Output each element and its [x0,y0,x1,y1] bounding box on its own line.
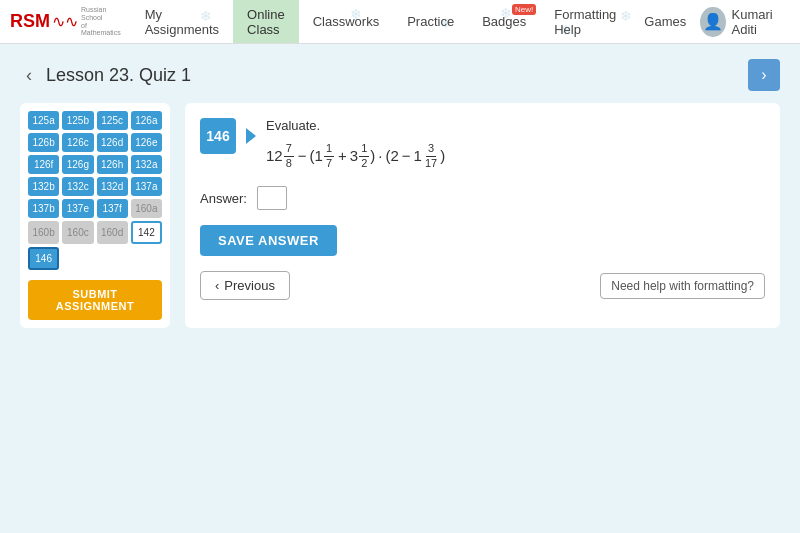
prob-btn-125c[interactable]: 125c [97,111,128,130]
content-area: ‹ Lesson 23. Quiz 1 › 125a 125b 125c 126… [0,44,800,533]
prob-btn-142[interactable]: 142 [131,221,162,244]
submit-assignment-button[interactable]: SUBMIT ASSIGNMENT [28,280,162,320]
lesson-header: ‹ Lesson 23. Quiz 1 › [20,59,780,91]
previous-button[interactable]: ‹ Previous [200,271,290,300]
nav-practice[interactable]: Practice [393,0,468,43]
prob-btn-132d[interactable]: 132d [97,177,128,196]
math-minus2: − [402,141,411,171]
user-name: Kumari Aditi [732,7,790,37]
math-close-paren2: ) [440,141,445,171]
nav-classworks[interactable]: Classworks [299,0,393,43]
question-panel: 146 Evaluate. 12 7 8 − ( 1 1 [185,103,780,328]
prob-btn-132a[interactable]: 132a [131,155,162,174]
frac-3-17: 3 17 [423,142,439,169]
frac-1-7: 1 7 [324,142,334,169]
logo-text: RSM [10,11,50,32]
prob-btn-126b[interactable]: 126b [28,133,59,152]
prob-btn-132c[interactable]: 132c [62,177,93,196]
main-layout: 125a 125b 125c 126a 126b 126c 126d 126e … [20,103,780,328]
prob-btn-160a[interactable]: 160a [131,199,162,218]
nav-badges[interactable]: Badges New! [468,0,540,43]
answer-label: Answer: [200,191,247,206]
nav-formatting-help[interactable]: Formatting Help [540,0,630,43]
evaluate-label: Evaluate. [266,118,765,133]
header: ❄ ❄ ❄ ❄ ❄ ❄ ❄ RSM ∿∿ Russian School of M… [0,0,800,44]
new-badge: New! [512,4,536,15]
math-expression: 12 7 8 − ( 1 1 7 + 3 [266,141,765,171]
math-plus: + [338,141,347,171]
math-minus: − [298,141,307,171]
answer-row: Answer: [200,186,765,210]
logo-waves: ∿∿ [52,12,78,31]
prob-btn-126f[interactable]: 126f [28,155,59,174]
prev-arrow-icon: ‹ [215,278,219,293]
math-3: 3 [350,141,358,171]
prob-btn-137a[interactable]: 137a [131,177,162,196]
math-dot1: · [378,141,382,171]
prob-btn-137e[interactable]: 137e [62,199,93,218]
question-header: 146 Evaluate. 12 7 8 − ( 1 1 [200,118,765,171]
prob-btn-126c[interactable]: 126c [62,133,93,152]
math-1: 1 [315,141,323,171]
prob-btn-125b[interactable]: 125b [62,111,93,130]
answer-input[interactable] [257,186,287,210]
prob-btn-126e[interactable]: 126e [131,133,162,152]
nav-my-assignments[interactable]: My Assignments [131,0,233,43]
frac-1-2: 1 2 [359,142,369,169]
prob-btn-126h[interactable]: 126h [97,155,128,174]
prob-btn-137f[interactable]: 137f [97,199,128,218]
logo-subtitle: Russian School of Mathematics [81,6,121,37]
math-2: 2 [390,141,398,171]
save-answer-button[interactable]: SAVE ANSWER [200,225,337,256]
main-nav: My Assignments Online Class Classworks P… [131,0,701,43]
prob-btn-126d[interactable]: 126d [97,133,128,152]
nav-online-class[interactable]: Online Class [233,0,299,43]
math-12: 12 [266,141,283,171]
prob-btn-160b[interactable]: 160b [28,221,59,244]
nav-right-button[interactable]: › [748,59,780,91]
avatar: 👤 [700,7,725,37]
logo: RSM ∿∿ Russian School of Mathematics [10,6,121,37]
prob-btn-125a[interactable]: 125a [28,111,59,130]
prob-arrow [246,128,256,144]
nav-games[interactable]: Games [630,0,700,43]
prob-btn-126a[interactable]: 126a [131,111,162,130]
lesson-title: Lesson 23. Quiz 1 [46,65,191,86]
prob-btn-146[interactable]: 146 [28,247,59,270]
math-close-paren: ) [370,141,375,171]
lesson-title-area: ‹ Lesson 23. Quiz 1 [20,63,191,88]
prob-btn-160d[interactable]: 160d [97,221,128,244]
back-button[interactable]: ‹ [20,63,38,88]
prev-label: Previous [224,278,275,293]
frac-7-8: 7 8 [284,142,294,169]
problem-list-panel: 125a 125b 125c 126a 126b 126c 126d 126e … [20,103,170,328]
bottom-row: ‹ Previous Need help with formatting? [200,271,765,300]
problem-grid: 125a 125b 125c 126a 126b 126c 126d 126e … [28,111,162,270]
prob-btn-160c[interactable]: 160c [62,221,93,244]
problem-number: 146 [200,118,236,154]
prob-btn-137b[interactable]: 137b [28,199,59,218]
question-content: Evaluate. 12 7 8 − ( 1 1 7 [266,118,765,171]
prob-btn-132b[interactable]: 132b [28,177,59,196]
user-area[interactable]: 👤 Kumari Aditi [700,7,790,37]
formatting-help-button[interactable]: Need help with formatting? [600,273,765,299]
math-1b: 1 [414,141,422,171]
prob-btn-126g[interactable]: 126g [62,155,93,174]
